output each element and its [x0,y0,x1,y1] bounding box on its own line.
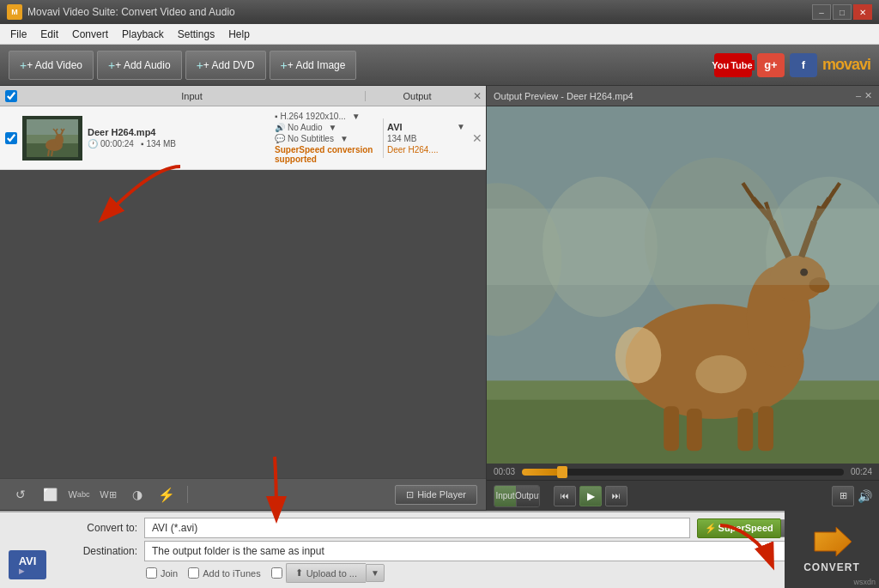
output-filename: Deer H264.... [387,145,465,155]
youtube-icon[interactable]: YouTube [714,53,752,77]
upload-dropdown[interactable]: ▼ [366,564,385,582]
close-button[interactable]: ✕ [853,4,872,20]
upload-to-button[interactable]: ⬆ Upload to ... [286,563,366,583]
watermark-tool[interactable]: Wabc [67,482,91,506]
menu-settings[interactable]: Settings [171,24,221,44]
facebook-icon[interactable]: f [790,53,817,77]
file-row[interactable]: Deer H264.mp4 🕐 00:00:24 ▪ 134 MB ▪ H.2 [0,106,486,170]
add-dvd-button[interactable]: + + Add DVD [185,51,266,80]
hide-player-button[interactable]: ⊡ Hide Player [395,485,477,505]
main-toolbar: + + Add Video + + Add Audio + + Add DVD … [0,45,879,86]
watermark: wsxdn [853,578,876,586]
add-video-button[interactable]: + + Add Video [9,51,94,80]
time-end: 00:24 [851,467,872,476]
crop-tool[interactable]: ⬜ [38,482,62,506]
volume-button[interactable]: 🔊 [858,489,872,503]
join-checkbox[interactable]: Join [146,567,178,579]
add-to-itunes-checkbox[interactable]: Add to iTunes [188,567,260,579]
avi-format-badge: AVI ▶ [9,550,46,579]
add-audio-button[interactable]: + + Add Audio [97,51,182,80]
clock-icon: 🕐 [88,139,98,149]
svg-rect-38 [687,409,702,451]
output-format-dropdown[interactable]: ▼ [457,122,465,131]
minimize-button[interactable]: – [812,4,831,20]
input-tab[interactable]: Input [494,486,517,506]
fullscreen-button[interactable]: ⊞ [832,486,854,506]
audio-dropdown[interactable]: ▼ [329,123,337,132]
timeline-bar[interactable] [522,469,844,476]
timeline-area: 00:03 00:24 [487,464,879,480]
maximize-button[interactable]: □ [833,4,852,20]
file-thumbnail [22,116,82,161]
output-tab[interactable]: Output [517,486,539,506]
watermark2-tool[interactable]: W⊞ [96,482,120,506]
menu-bar: File Edit Convert Playback Settings Help [0,24,879,45]
menu-edit[interactable]: Edit [33,24,65,44]
timeline-progress [522,469,561,476]
right-panel: Output Preview - Deer H264.mp4 – ✕ [487,86,879,511]
file-info: Deer H264.mp4 🕐 00:00:24 ▪ 134 MB [82,125,271,150]
codec-dropdown[interactable]: ▼ [352,112,361,121]
options-row: Join Add to iTunes ⬆ Upload to ... ▼ [9,563,870,583]
header-close-btn[interactable]: ✕ [469,90,486,102]
rewind-button[interactable]: ⏮ [554,486,576,506]
svg-point-4 [55,134,64,146]
convert-label: CONVERT [803,561,860,573]
duration-info: 🕐 00:00:24 [88,139,134,149]
svg-rect-40 [758,406,773,451]
size-icon: ▪ [141,139,144,149]
destination-row: Destination: Browse ▼ [9,541,870,561]
upload-checkbox[interactable] [271,567,282,579]
menu-convert[interactable]: Convert [65,24,115,44]
add-image-button[interactable]: + + Add Image [270,51,357,80]
output-header: Output [366,91,469,101]
svg-point-42 [615,327,661,383]
file-list-header: Input Output ✕ [0,86,486,106]
left-panel: Input Output ✕ [0,86,487,511]
codec-icon: ▪ [275,112,278,121]
preview-close-button[interactable]: ✕ [864,90,872,101]
preview-dash-button[interactable]: – [856,90,861,101]
svg-marker-44 [815,527,852,556]
main-content: Input Output ✕ [0,86,879,511]
google-plus-icon[interactable]: g+ [757,53,785,77]
input-output-tabs: Input Output [494,485,540,507]
lightning-icon: ⚡ [705,523,717,534]
brightness-tool[interactable]: ◑ [125,482,149,506]
menu-playback[interactable]: Playback [115,24,171,44]
menu-file[interactable]: File [3,24,33,44]
stabilize-tool[interactable]: ⚡ [155,482,179,506]
convert-to-label: Convert to: [60,522,137,534]
superspeed-button[interactable]: ⚡ SuperSpeed [697,518,781,538]
select-all-checkbox[interactable] [5,90,17,102]
format-input[interactable] [144,518,690,538]
file-checkbox[interactable] [5,132,17,144]
convert-button[interactable]: CONVERT [785,511,879,588]
rotate-tool[interactable]: ↺ [9,482,33,506]
svg-rect-2 [27,119,78,135]
output-format: AVI ▼ [387,122,465,132]
time-start: 00:03 [494,467,515,476]
preview-video [487,106,879,464]
timeline-thumb[interactable] [557,466,567,478]
svg-rect-43 [487,209,879,285]
audio-icon: 🔊 [275,123,285,132]
svg-point-41 [695,355,746,394]
size-info: ▪ 134 MB [141,139,176,149]
destination-label: Destination: [60,545,137,557]
movavi-logo: movavi [822,56,870,74]
title-bar: M Movavi Video Suite: Convert Video and … [0,0,879,24]
subtitles-dropdown[interactable]: ▼ [340,134,349,143]
window-title: Movavi Video Suite: Convert Video and Au… [27,6,235,18]
toolbar-separator [187,486,188,503]
row-close-button[interactable]: ✕ [469,128,486,149]
destination-input[interactable] [144,541,789,561]
menu-help[interactable]: Help [221,24,257,44]
convert-to-row: Convert to: ⚡ SuperSpeed ▼ Settings [9,518,870,538]
upload-to-group: ⬆ Upload to ... ▼ [271,563,385,583]
forward-button[interactable]: ⏭ [605,486,627,506]
convert-icon [810,525,853,558]
file-toolbar: ↺ ⬜ Wabc W⊞ ◑ ⚡ ⊡ Hide Player [0,478,486,511]
empty-file-area [0,170,486,478]
play-button[interactable]: ▶ [579,486,602,506]
